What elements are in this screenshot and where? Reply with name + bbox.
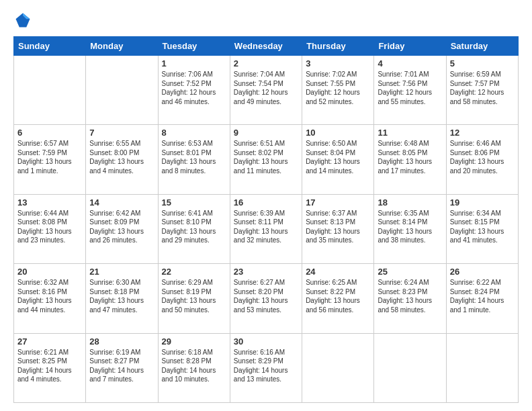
day-number: 23 bbox=[234, 267, 298, 277]
calendar-cell: 24Sunrise: 6:25 AMSunset: 8:22 PMDayligh… bbox=[302, 264, 374, 333]
day-number: 17 bbox=[306, 197, 370, 208]
day-number: 7 bbox=[89, 128, 154, 138]
cell-info: Sunrise: 6:39 AM bbox=[234, 209, 298, 218]
cell-info: Daylight: 13 hours and 50 minutes. bbox=[162, 296, 226, 314]
cell-info: Sunset: 8:23 PM bbox=[378, 287, 442, 297]
cell-info: Daylight: 13 hours and 56 minutes. bbox=[306, 296, 370, 314]
calendar-cell: 29Sunrise: 6:18 AMSunset: 8:28 PMDayligh… bbox=[158, 333, 230, 402]
day-number: 15 bbox=[162, 197, 226, 208]
cell-info: Daylight: 13 hours and 38 minutes. bbox=[378, 227, 442, 245]
cell-info: Sunrise: 7:01 AM bbox=[378, 70, 442, 79]
cell-info: Daylight: 13 hours and 8 minutes. bbox=[162, 157, 226, 175]
cell-info: Sunrise: 6:24 AM bbox=[378, 278, 442, 287]
col-header-tuesday: Tuesday bbox=[158, 37, 230, 56]
day-number: 24 bbox=[306, 267, 370, 277]
cell-info: Daylight: 14 hours and 4 minutes. bbox=[17, 366, 82, 384]
logo-icon bbox=[13, 11, 32, 30]
calendar-cell: 14Sunrise: 6:42 AMSunset: 8:09 PMDayligh… bbox=[86, 194, 158, 263]
cell-info: Sunset: 8:08 PM bbox=[17, 218, 82, 227]
cell-info: Daylight: 12 hours and 49 minutes. bbox=[234, 88, 298, 106]
cell-info: Daylight: 13 hours and 47 minutes. bbox=[89, 296, 154, 314]
calendar-cell: 13Sunrise: 6:44 AMSunset: 8:08 PMDayligh… bbox=[14, 194, 86, 263]
cell-info: Daylight: 12 hours and 58 minutes. bbox=[450, 88, 515, 106]
day-number: 9 bbox=[234, 128, 298, 138]
cell-info: Sunset: 7:59 PM bbox=[17, 148, 82, 158]
cell-info: Sunrise: 6:30 AM bbox=[89, 278, 154, 287]
day-number: 19 bbox=[450, 197, 515, 208]
col-header-friday: Friday bbox=[374, 37, 446, 56]
cell-info: Sunrise: 6:44 AM bbox=[17, 209, 82, 218]
day-number: 5 bbox=[450, 58, 515, 68]
cell-info: Daylight: 14 hours and 1 minute. bbox=[450, 296, 515, 314]
calendar-cell: 3Sunrise: 7:02 AMSunset: 7:55 PMDaylight… bbox=[302, 56, 374, 125]
calendar-cell bbox=[86, 56, 158, 125]
calendar-cell: 15Sunrise: 6:41 AMSunset: 8:10 PMDayligh… bbox=[158, 194, 230, 263]
day-number: 1 bbox=[162, 58, 226, 68]
cell-info: Sunset: 7:55 PM bbox=[306, 79, 370, 89]
cell-info: Sunset: 8:01 PM bbox=[162, 148, 226, 158]
cell-info: Sunrise: 6:32 AM bbox=[17, 278, 82, 287]
day-number: 22 bbox=[162, 267, 226, 277]
cell-info: Sunrise: 6:27 AM bbox=[234, 278, 298, 287]
cell-info: Sunrise: 7:06 AM bbox=[162, 70, 226, 79]
calendar-cell: 17Sunrise: 6:37 AMSunset: 8:13 PMDayligh… bbox=[302, 194, 374, 263]
cell-info: Sunrise: 7:04 AM bbox=[234, 70, 298, 79]
calendar-cell: 21Sunrise: 6:30 AMSunset: 8:18 PMDayligh… bbox=[86, 264, 158, 333]
calendar-cell bbox=[14, 56, 86, 125]
page: SundayMondayTuesdayWednesdayThursdayFrid… bbox=[0, 0, 532, 411]
cell-info: Daylight: 13 hours and 20 minutes. bbox=[450, 157, 515, 175]
cell-info: Daylight: 14 hours and 10 minutes. bbox=[162, 366, 226, 384]
header bbox=[13, 11, 519, 30]
calendar-cell: 18Sunrise: 6:35 AMSunset: 8:14 PMDayligh… bbox=[374, 194, 446, 263]
week-row-4: 20Sunrise: 6:32 AMSunset: 8:16 PMDayligh… bbox=[14, 264, 519, 333]
cell-info: Sunrise: 6:59 AM bbox=[450, 70, 515, 79]
cell-info: Daylight: 13 hours and 44 minutes. bbox=[17, 296, 82, 314]
week-row-3: 13Sunrise: 6:44 AMSunset: 8:08 PMDayligh… bbox=[14, 194, 519, 263]
cell-info: Sunset: 8:14 PM bbox=[378, 218, 442, 227]
calendar-cell: 20Sunrise: 6:32 AMSunset: 8:16 PMDayligh… bbox=[14, 264, 86, 333]
cell-info: Sunset: 8:05 PM bbox=[378, 148, 442, 158]
cell-info: Sunrise: 6:41 AM bbox=[162, 209, 226, 218]
cell-info: Sunset: 8:20 PM bbox=[234, 287, 298, 297]
col-header-wednesday: Wednesday bbox=[230, 37, 302, 56]
calendar-cell: 8Sunrise: 6:53 AMSunset: 8:01 PMDaylight… bbox=[158, 125, 230, 194]
cell-info: Daylight: 13 hours and 32 minutes. bbox=[234, 227, 298, 245]
cell-info: Sunset: 8:00 PM bbox=[89, 148, 154, 158]
cell-info: Sunset: 8:10 PM bbox=[162, 218, 226, 227]
cell-info: Sunset: 7:54 PM bbox=[234, 79, 298, 89]
cell-info: Daylight: 13 hours and 1 minute. bbox=[17, 157, 82, 175]
day-number: 21 bbox=[89, 267, 154, 277]
cell-info: Sunset: 8:11 PM bbox=[234, 218, 298, 227]
calendar-cell bbox=[302, 333, 374, 402]
calendar-cell: 25Sunrise: 6:24 AMSunset: 8:23 PMDayligh… bbox=[374, 264, 446, 333]
col-header-sunday: Sunday bbox=[14, 37, 86, 56]
cell-info: Sunrise: 6:16 AM bbox=[234, 348, 298, 357]
calendar-cell: 5Sunrise: 6:59 AMSunset: 7:57 PMDaylight… bbox=[446, 56, 518, 125]
week-row-1: 1Sunrise: 7:06 AMSunset: 7:52 PMDaylight… bbox=[14, 56, 519, 125]
cell-info: Sunset: 8:02 PM bbox=[234, 148, 298, 158]
cell-info: Sunrise: 6:21 AM bbox=[17, 348, 82, 357]
calendar-cell bbox=[374, 333, 446, 402]
day-number: 18 bbox=[378, 197, 442, 208]
day-number: 28 bbox=[89, 336, 154, 347]
cell-info: Sunrise: 6:48 AM bbox=[378, 139, 442, 148]
cell-info: Daylight: 13 hours and 35 minutes. bbox=[306, 227, 370, 245]
cell-info: Daylight: 13 hours and 58 minutes. bbox=[378, 296, 442, 314]
cell-info: Sunrise: 6:19 AM bbox=[89, 348, 154, 357]
cell-info: Sunset: 8:16 PM bbox=[17, 287, 82, 297]
calendar-header-row: SundayMondayTuesdayWednesdayThursdayFrid… bbox=[14, 37, 519, 56]
week-row-5: 27Sunrise: 6:21 AMSunset: 8:25 PMDayligh… bbox=[14, 333, 519, 402]
day-number: 6 bbox=[17, 128, 82, 138]
calendar-cell: 22Sunrise: 6:29 AMSunset: 8:19 PMDayligh… bbox=[158, 264, 230, 333]
cell-info: Sunset: 8:13 PM bbox=[306, 218, 370, 227]
cell-info: Sunset: 8:27 PM bbox=[89, 357, 154, 366]
calendar-cell: 30Sunrise: 6:16 AMSunset: 8:29 PMDayligh… bbox=[230, 333, 302, 402]
day-number: 30 bbox=[234, 336, 298, 347]
cell-info: Sunrise: 6:25 AM bbox=[306, 278, 370, 287]
day-number: 29 bbox=[162, 336, 226, 347]
day-number: 26 bbox=[450, 267, 515, 277]
day-number: 11 bbox=[378, 128, 442, 138]
day-number: 27 bbox=[17, 336, 82, 347]
cell-info: Sunset: 8:18 PM bbox=[89, 287, 154, 297]
cell-info: Daylight: 14 hours and 7 minutes. bbox=[89, 366, 154, 384]
